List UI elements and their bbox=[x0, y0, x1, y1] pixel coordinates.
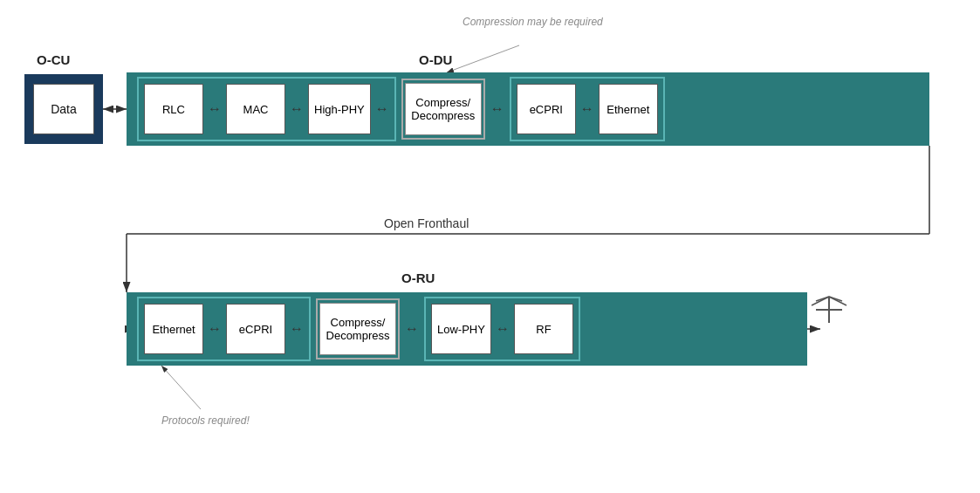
arrow-highphy-compress: ↔ bbox=[375, 101, 389, 117]
oru-compress-block: Compress/Decompress bbox=[319, 303, 396, 355]
svg-line-3 bbox=[447, 45, 519, 72]
svg-line-17 bbox=[161, 366, 201, 409]
arrow-oru-ecpri-compress: ↔ bbox=[290, 321, 304, 337]
arrow-rlc-mac: ↔ bbox=[208, 101, 222, 117]
ocu-label: O-CU bbox=[37, 52, 70, 67]
ocu-box: Data bbox=[24, 74, 103, 144]
fronthaul-label: Open Fronthaul bbox=[384, 216, 469, 230]
arrow-ecpri-ethernet: ↔ bbox=[580, 101, 594, 117]
oru-lowphy-block: Low-PHY bbox=[431, 304, 491, 354]
oru-ecpri-block: eCPRI bbox=[226, 304, 285, 354]
svg-line-15 bbox=[812, 297, 829, 305]
odu-ethernet-block: Ethernet bbox=[599, 84, 658, 134]
oru-rf-block: RF bbox=[514, 304, 573, 354]
diagram-container: O-CU Data O-DU RLC ↔ MAC ↔ High-PHY ↔ Co… bbox=[0, 0, 980, 493]
arrow-oru-lowphy-rf: ↔ bbox=[496, 321, 510, 337]
arrow-oru-compress-lowphy: ↔ bbox=[405, 321, 419, 337]
oru-ethernet-block: Ethernet bbox=[144, 304, 203, 354]
odu-mac-block: MAC bbox=[226, 84, 285, 134]
arrow-mac-highphy: ↔ bbox=[290, 101, 304, 117]
odu-label: O-DU bbox=[419, 52, 452, 67]
svg-line-16 bbox=[829, 297, 846, 305]
arrow-oru-eth-ecpri: ↔ bbox=[208, 321, 222, 337]
odu-ecpri-block: eCPRI bbox=[517, 84, 576, 134]
arrow-compress-ecpri: ↔ bbox=[490, 101, 504, 117]
oru-box: Ethernet ↔ eCPRI ↔ Compress/Decompress ↔… bbox=[127, 292, 807, 366]
odu-box: RLC ↔ MAC ↔ High-PHY ↔ Compress/Decompre… bbox=[127, 72, 929, 146]
svg-line-14 bbox=[829, 297, 842, 301]
odu-compress-block: Compress/Decompress bbox=[405, 83, 482, 135]
odu-rlc-block: RLC bbox=[144, 84, 203, 134]
ocu-data-block: Data bbox=[33, 84, 94, 134]
svg-line-13 bbox=[816, 297, 829, 301]
protocols-annotation: Protocols required! bbox=[161, 414, 250, 427]
oru-label: O-RU bbox=[401, 270, 435, 285]
odu-highphy-block: High-PHY bbox=[308, 84, 371, 134]
compression-annotation: Compression may be required bbox=[463, 16, 603, 28]
